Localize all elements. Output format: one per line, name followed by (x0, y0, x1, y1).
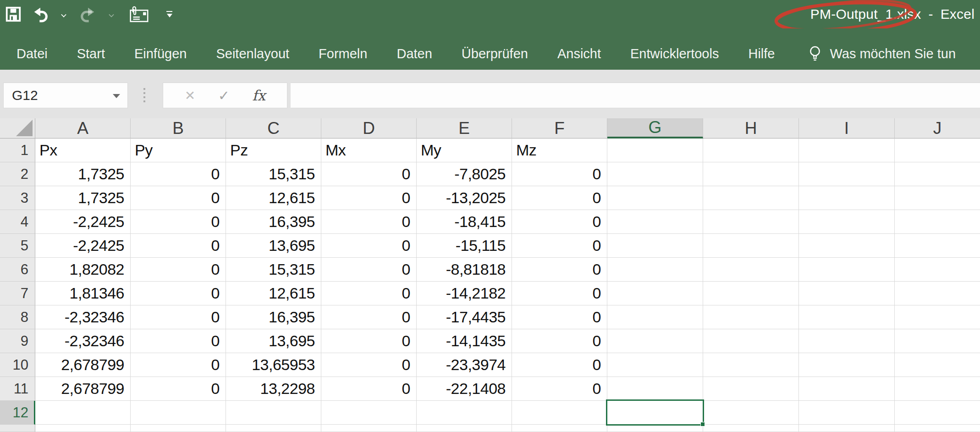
cell[interactable] (607, 210, 703, 234)
undo-dropdown-button[interactable] (54, 0, 74, 28)
cell-E3[interactable]: -13,2025 (417, 186, 512, 210)
cell[interactable] (512, 425, 607, 432)
cell-B8[interactable]: 0 (131, 305, 226, 329)
tab-hilfe[interactable]: Hilfe (748, 46, 775, 61)
cell[interactable] (895, 329, 980, 353)
cell-E11[interactable]: -22,1408 (417, 377, 512, 401)
cell-A7[interactable]: 1,81346 (35, 282, 131, 305)
row-header-11[interactable]: 11 (0, 377, 35, 401)
cell-E6[interactable]: -8,81818 (417, 258, 512, 282)
cell[interactable] (895, 186, 980, 210)
cell-A5[interactable]: -2,2425 (35, 234, 131, 258)
cell[interactable] (895, 162, 980, 186)
cell[interactable] (226, 425, 321, 432)
cell[interactable] (703, 401, 799, 425)
cell-C4[interactable]: 16,395 (226, 210, 321, 234)
undo-button[interactable] (27, 0, 54, 28)
active-cell-border[interactable] (606, 399, 704, 426)
column-header-A[interactable]: A (35, 118, 131, 138)
cell[interactable] (799, 425, 895, 432)
cell-A3[interactable]: 1,7325 (35, 186, 131, 210)
cell[interactable] (607, 282, 703, 305)
column-header-F[interactable]: F (512, 118, 607, 138)
cell[interactable] (799, 162, 895, 186)
formula-bar-input[interactable] (291, 83, 980, 108)
cell[interactable] (131, 401, 226, 425)
cell-F9[interactable]: 0 (512, 329, 607, 353)
cell-B5[interactable]: 0 (131, 234, 226, 258)
cell[interactable] (607, 377, 703, 401)
cell-D5[interactable]: 0 (321, 234, 417, 258)
cell-B11[interactable]: 0 (131, 377, 226, 401)
row-header-3[interactable]: 3 (0, 186, 35, 210)
cell[interactable] (895, 377, 980, 401)
save-button[interactable] (0, 0, 27, 28)
cell-F10[interactable]: 0 (512, 353, 607, 377)
email-attachment-button[interactable] (122, 0, 155, 28)
cell-D6[interactable]: 0 (321, 258, 417, 282)
cell-E2[interactable]: -7,8025 (417, 162, 512, 186)
cell-C8[interactable]: 16,395 (226, 305, 321, 329)
cell-C6[interactable]: 15,315 (226, 258, 321, 282)
column-header-G[interactable]: G (607, 118, 703, 138)
cell[interactable] (895, 210, 980, 234)
cell[interactable] (895, 138, 980, 162)
cell-A10[interactable]: 2,678799 (35, 353, 131, 377)
cell[interactable] (607, 258, 703, 282)
row-header-7[interactable]: 7 (0, 282, 35, 305)
cell-D7[interactable]: 0 (321, 282, 417, 305)
cell-C10[interactable]: 13,65953 (226, 353, 321, 377)
cell-D8[interactable]: 0 (321, 305, 417, 329)
cell[interactable] (607, 329, 703, 353)
cell[interactable] (607, 138, 703, 162)
cell-B10[interactable]: 0 (131, 353, 226, 377)
cell-F1[interactable]: Mz (512, 138, 607, 162)
cell-D2[interactable]: 0 (321, 162, 417, 186)
cell[interactable] (703, 186, 799, 210)
redo-button[interactable] (74, 0, 102, 28)
column-header-E[interactable]: E (417, 118, 512, 138)
column-header-H[interactable]: H (703, 118, 799, 138)
cell-C11[interactable]: 13,2298 (226, 377, 321, 401)
customize-qat-button[interactable] (155, 0, 178, 28)
cell-F7[interactable]: 0 (512, 282, 607, 305)
cell[interactable] (607, 425, 703, 432)
cell-F8[interactable]: 0 (512, 305, 607, 329)
row-header-1[interactable]: 1 (0, 138, 35, 162)
cell[interactable] (895, 353, 980, 377)
formula-bar-resize-handle[interactable] (143, 88, 145, 102)
cell-C9[interactable]: 13,695 (226, 329, 321, 353)
cell-B4[interactable]: 0 (131, 210, 226, 234)
cell[interactable] (703, 329, 799, 353)
cell[interactable] (607, 162, 703, 186)
select-all-corner[interactable] (0, 118, 35, 138)
cell-C5[interactable]: 13,695 (226, 234, 321, 258)
cell-B7[interactable]: 0 (131, 282, 226, 305)
column-header-C[interactable]: C (226, 118, 321, 138)
cancel-icon[interactable]: ✕ (185, 88, 195, 103)
cell-F4[interactable]: 0 (512, 210, 607, 234)
cell[interactable] (703, 353, 799, 377)
insert-function-icon[interactable]: fx (252, 87, 265, 104)
cell[interactable] (799, 186, 895, 210)
cell-A9[interactable]: -2,32346 (35, 329, 131, 353)
column-header-I[interactable]: I (799, 118, 895, 138)
row-header-8[interactable]: 8 (0, 305, 35, 329)
cell[interactable] (35, 425, 131, 432)
cell-D4[interactable]: 0 (321, 210, 417, 234)
cell-C2[interactable]: 15,315 (226, 162, 321, 186)
cell-E5[interactable]: -15,115 (417, 234, 512, 258)
cell[interactable] (35, 401, 131, 425)
cell-D3[interactable]: 0 (321, 186, 417, 210)
cell-C3[interactable]: 12,615 (226, 186, 321, 210)
cell[interactable] (703, 162, 799, 186)
cell-E1[interactable]: My (417, 138, 512, 162)
cell[interactable] (607, 186, 703, 210)
tab-seitenlayout[interactable]: Seitenlayout (216, 46, 289, 61)
cell-B2[interactable]: 0 (131, 162, 226, 186)
cell[interactable] (799, 282, 895, 305)
tab-start[interactable]: Start (77, 46, 105, 61)
cell-E10[interactable]: -23,3974 (417, 353, 512, 377)
cell[interactable] (703, 282, 799, 305)
row-header-9[interactable]: 9 (0, 329, 35, 353)
